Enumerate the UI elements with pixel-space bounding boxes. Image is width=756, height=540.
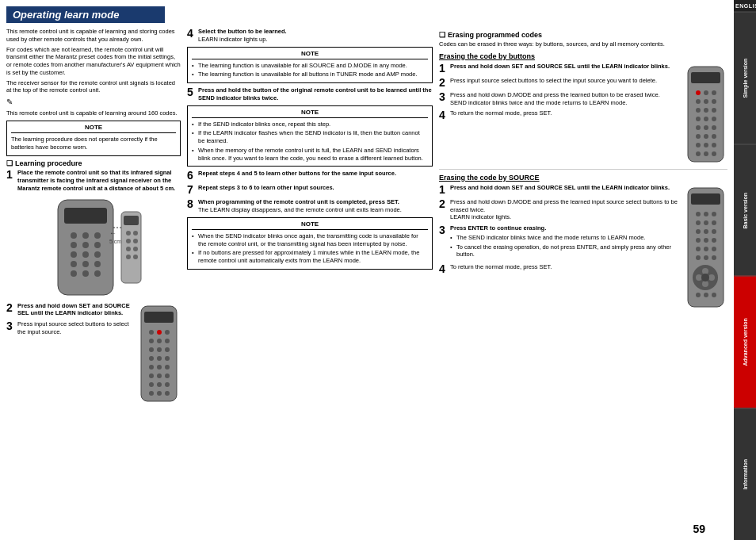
step6-text: Repeat steps 4 and 5 to learn other butt…	[198, 170, 433, 178]
erase-src-step2-text: Press and hold down D.MODE and press the…	[450, 198, 678, 213]
step8-sub: The LEARN display disappears, and the re…	[198, 206, 402, 213]
step8-bold: When programming of the remote control u…	[198, 198, 399, 205]
step-2: 2 Press and hold down SET and SOURCE SEL…	[6, 302, 134, 318]
svg-point-46	[165, 365, 170, 370]
svg-point-12	[82, 261, 89, 267]
svg-point-16	[94, 270, 101, 277]
svg-point-67	[696, 117, 701, 121]
main-content: Operating learn mode This remote control…	[0, 0, 734, 540]
note1-text: This remote control unit is capable of l…	[6, 109, 181, 117]
step-5: 5 Press and hold the button of the origi…	[187, 86, 433, 102]
step-7: 7 Repeat steps 3 to 6 to learn other inp…	[187, 184, 433, 195]
step-4: 4 Select the button to be learned. LEARN…	[187, 28, 433, 44]
pencil-icon: ✎	[6, 97, 181, 107]
page-number: 59	[693, 523, 705, 535]
svg-rect-1	[64, 208, 107, 224]
step4-bold: Select the button to be learned.	[198, 28, 287, 35]
erase-src-step-4: 4 To return the normal mode, press SET.	[439, 263, 682, 274]
svg-rect-20	[124, 216, 139, 225]
sidebar-tab-basic[interactable]: Basic version	[734, 144, 756, 277]
sidebar-tab-information[interactable]: Information	[734, 408, 756, 541]
note2-item-0: The learning function is unavailable for…	[192, 62, 428, 70]
steps-2-3-area: 2 Press and hold down SET and SOURCE SEL…	[6, 302, 181, 405]
svg-point-78	[712, 143, 716, 147]
svg-point-96	[696, 247, 701, 251]
svg-point-15	[82, 270, 89, 277]
middle-column: 4 Select the button to be learned. LEARN…	[187, 28, 433, 519]
step4-sub: LEARN indicator lights up.	[198, 36, 268, 43]
note4-list: When the SEND indicator blinks once agai…	[192, 232, 428, 265]
caution-label: NOTE	[11, 124, 176, 133]
svg-point-26	[133, 247, 138, 251]
svg-point-11	[71, 261, 77, 267]
svg-point-14	[71, 270, 77, 277]
svg-point-41	[149, 356, 154, 361]
mini-remote-erase-btn	[684, 63, 727, 166]
svg-point-6	[82, 242, 89, 248]
svg-point-25	[126, 247, 131, 251]
intro-p2: For codes which are not learned, the rem…	[6, 46, 181, 77]
svg-point-106	[708, 274, 715, 281]
step-1: 1 Place the remote control unit so that …	[6, 169, 181, 192]
svg-rect-83	[691, 193, 720, 205]
svg-point-33	[157, 330, 162, 335]
svg-point-91	[704, 229, 708, 234]
svg-point-7	[94, 242, 101, 248]
right-column: Erasing programmed codes Codes can be er…	[439, 28, 727, 519]
svg-point-98	[712, 247, 716, 251]
svg-point-104	[702, 281, 708, 287]
svg-point-50	[149, 382, 154, 387]
svg-point-52	[165, 382, 170, 387]
note3-item-1: If the LEARN indicator flashes when the …	[192, 129, 428, 145]
sidebar: ENGLISH Simple version Basic version Adv…	[734, 0, 756, 540]
note2-item-1: The learning function is unavailable for…	[192, 71, 428, 79]
svg-point-74	[704, 134, 708, 139]
svg-point-95	[712, 238, 716, 243]
svg-point-47	[149, 373, 154, 378]
svg-point-35	[149, 339, 154, 343]
svg-point-9	[82, 251, 89, 258]
svg-point-108	[696, 293, 701, 297]
svg-point-110	[712, 293, 716, 297]
step-8: 8 When programming of the remote control…	[187, 198, 433, 214]
note3-item-2: When the memory of the remote control un…	[192, 147, 428, 163]
erase-btn-step3-text: Press and hold down D.MODE and press the…	[450, 91, 660, 98]
step5-text: Press and hold the button of the origina…	[198, 86, 433, 102]
svg-point-93	[696, 238, 701, 243]
svg-point-88	[704, 220, 708, 225]
erase-src-step-3: 3 Press ENTER to continue erasing. The S…	[439, 224, 682, 260]
svg-point-2	[71, 232, 77, 239]
svg-point-10	[94, 251, 101, 258]
svg-point-32	[149, 330, 154, 335]
svg-point-62	[704, 99, 708, 104]
erase-btn-step-3: 3 Press and hold down D.MODE and press t…	[439, 91, 682, 107]
intro-p3: The receiver sensor for the remote contr…	[6, 79, 181, 95]
svg-point-21	[126, 231, 131, 236]
note2-box: NOTE The learning function is unavailabl…	[187, 47, 433, 84]
step1-text: Place the remote control unit so that it…	[17, 169, 181, 192]
sidebar-tab-advanced[interactable]: Advanced version	[734, 276, 756, 408]
svg-point-103	[702, 268, 708, 274]
svg-point-80	[704, 151, 708, 156]
svg-point-27	[126, 255, 131, 259]
svg-point-24	[133, 239, 138, 243]
svg-point-86	[712, 212, 716, 216]
svg-point-99	[696, 255, 701, 260]
svg-point-3	[82, 232, 89, 239]
language-label: ENGLISH	[734, 0, 756, 12]
svg-point-55	[165, 391, 170, 396]
svg-point-51	[157, 382, 162, 387]
svg-point-8	[71, 251, 77, 258]
svg-point-85	[704, 212, 708, 216]
svg-point-36	[157, 339, 162, 343]
svg-point-72	[712, 125, 716, 130]
erase-src-step3-text: Press ENTER to continue erasing.	[450, 224, 546, 232]
svg-point-100	[704, 255, 708, 260]
step7-text: Repeat steps 3 to 6 to learn other input…	[198, 184, 433, 192]
svg-point-65	[704, 108, 708, 113]
erase-src-step3-sub0: The SEND indicator blinks twice and the …	[450, 234, 682, 242]
note4-box: NOTE When the SEND indicator blinks once…	[187, 217, 433, 270]
erasing-btn-group: 1 Press and hold down SET and SOURCE SEL…	[439, 63, 727, 166]
sidebar-tab-simple[interactable]: Simple version	[734, 12, 756, 144]
svg-point-94	[704, 238, 708, 243]
